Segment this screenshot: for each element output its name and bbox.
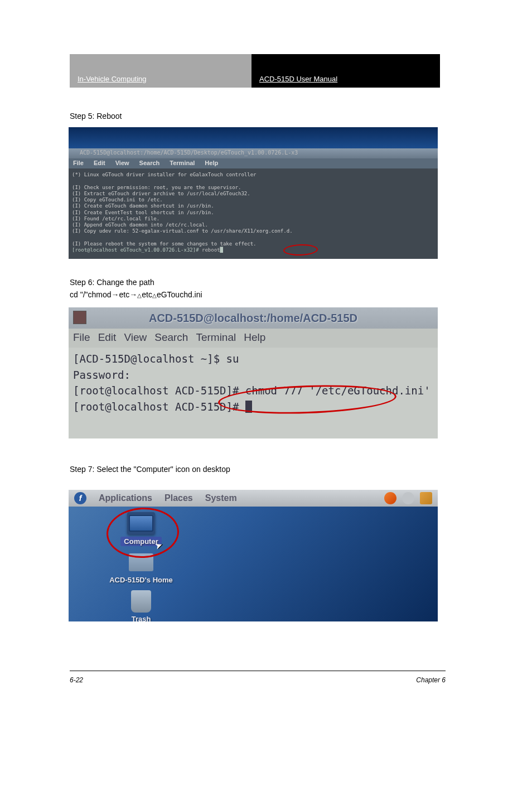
screenshot-desktop: f Applications Places System Computer AC…: [69, 490, 438, 621]
step-6-text: Step 6: Change the path: [70, 278, 154, 287]
page-header: In-Vehicle Computing ACD-515D User Manua…: [70, 54, 440, 88]
menu-search[interactable]: Search: [139, 160, 160, 167]
panel-applications[interactable]: Applications: [99, 493, 152, 503]
panel-places[interactable]: Places: [165, 493, 193, 503]
footer-rule: [70, 671, 446, 671]
terminal-title: ACD-515D@localhost:/home/ACD-515D/Deskto…: [80, 150, 298, 156]
desktop-icon-trash[interactable]: Trash: [102, 590, 180, 621]
terminal-output: (*) Linux eGTouch driver installer for e…: [72, 172, 293, 247]
home-label: ACD-515D's Home: [109, 576, 173, 584]
screenshot-terminal-chmod: ACD-515D@localhost:/home/ACD-515D File E…: [69, 307, 438, 438]
terminal-menubar: File Edit View Search Terminal Help: [69, 158, 438, 168]
terminal-command-reboot: reboot: [202, 247, 220, 253]
terminal-titlebar: ACD-515D@localhost:/home/ACD-515D/Deskto…: [69, 148, 438, 158]
menu2-help[interactable]: Help: [244, 331, 265, 345]
header-left-cell: In-Vehicle Computing: [70, 54, 252, 88]
trash-label: Trash: [132, 615, 151, 621]
firefox-icon[interactable]: [384, 492, 396, 504]
menu-file[interactable]: File: [73, 160, 84, 167]
trash-icon: [127, 590, 155, 613]
menu-terminal[interactable]: Terminal: [170, 160, 195, 167]
menu-edit[interactable]: Edit: [94, 160, 105, 167]
terminal-window-icon: [73, 311, 86, 324]
terminal-body[interactable]: (*) Linux eGTouch driver installer for e…: [69, 168, 438, 259]
header-right-text: ACD-515D User Manual: [259, 75, 337, 83]
terminal2-line2: Password:: [73, 369, 130, 381]
menu2-file[interactable]: File: [73, 331, 90, 345]
terminal2-title: ACD-515D@localhost:/home/ACD-515D: [149, 312, 357, 325]
terminal2-menubar: File Edit View Search Terminal Help: [69, 329, 438, 348]
footer-page-number: 6-22: [70, 676, 83, 684]
menu2-search[interactable]: Search: [154, 331, 188, 345]
menu2-view[interactable]: View: [124, 331, 147, 345]
panel-tray: [384, 492, 432, 504]
terminal2-line1: [ACD-515D@localhost ~]$ su: [73, 353, 239, 365]
tray-icon-2[interactable]: [402, 492, 414, 504]
menu-help[interactable]: Help: [205, 160, 218, 167]
menu2-edit[interactable]: Edit: [98, 331, 117, 345]
step-6-path: cd "/"chmod→etc→△etc△eGTouchd.ini: [70, 290, 202, 299]
panel-system[interactable]: System: [205, 493, 237, 503]
step-7-text: Step 7: Select the "Computer" icon on de…: [70, 463, 230, 475]
terminal2-titlebar: ACD-515D@localhost:/home/ACD-515D: [69, 307, 438, 329]
gnome-panel: f Applications Places System: [69, 490, 438, 507]
tray-icon-3[interactable]: [420, 492, 432, 504]
footer-chapter: Chapter 6: [416, 676, 446, 684]
menu2-terminal[interactable]: Terminal: [196, 331, 236, 345]
terminal-prompt: [root@localhost eGTouch_v1.00.0726.L-x32…: [72, 247, 202, 253]
step-5-text: Step 5: Reboot: [70, 112, 122, 121]
header-left-text: In-Vehicle Computing: [78, 75, 147, 83]
screenshot-terminal-reboot: ACD-515D@localhost:/home/ACD-515D/Deskto…: [69, 127, 438, 259]
fedora-logo-icon[interactable]: f: [74, 492, 86, 504]
header-right-cell: ACD-515D User Manual: [252, 54, 440, 88]
menu-view[interactable]: View: [115, 160, 129, 167]
